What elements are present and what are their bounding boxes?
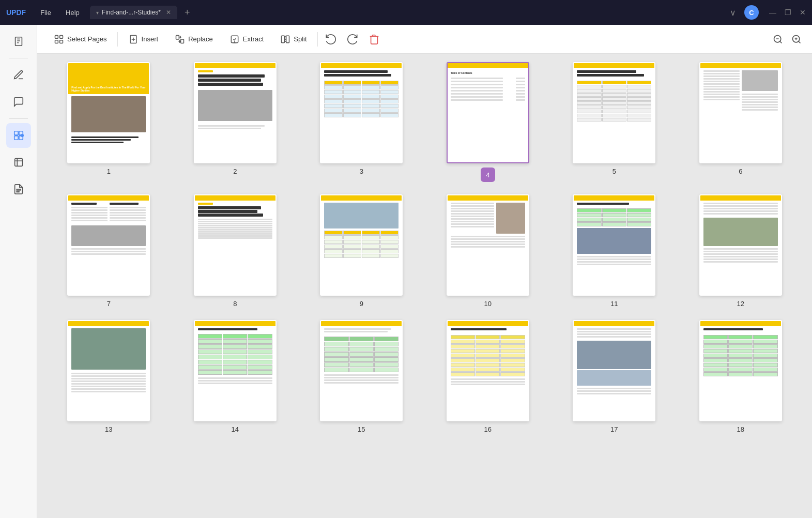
sidebar-item-pages[interactable] <box>6 29 31 54</box>
insert-button[interactable]: Insert <box>120 31 167 48</box>
document-tab[interactable]: ▾ Find-and-...r-Studies* ✕ <box>90 6 177 19</box>
tab-arrow: ▾ <box>96 10 99 16</box>
page-thumbnail-13[interactable] <box>67 320 150 421</box>
page-thumbnail-7[interactable] <box>67 194 150 296</box>
page-thumbnail-11[interactable] <box>573 194 655 296</box>
page-number-6: 6 <box>739 167 742 175</box>
page-item-16[interactable]: 16 <box>429 320 547 433</box>
page-number-10: 10 <box>484 300 492 308</box>
svg-rect-10 <box>17 191 19 192</box>
page-item-13[interactable]: 13 <box>50 320 168 433</box>
page-item-12[interactable]: 12 <box>682 194 800 308</box>
svg-rect-14 <box>60 40 63 43</box>
page-number-17: 17 <box>610 425 618 433</box>
page-item-1[interactable]: Find and Apply For the Best Institutes I… <box>50 62 168 182</box>
svg-line-26 <box>780 41 782 43</box>
page-item-11[interactable]: 11 <box>555 194 673 308</box>
page-item-18[interactable]: 18 <box>682 320 800 433</box>
replace-button[interactable]: Replace <box>166 31 221 48</box>
page-number-5: 5 <box>612 167 616 175</box>
tabs-dropdown[interactable]: ∨ <box>726 6 740 20</box>
svg-rect-21 <box>282 36 285 42</box>
extract-button[interactable]: Extract <box>221 31 272 48</box>
page-thumbnail-8[interactable] <box>194 194 277 296</box>
page-item-5[interactable]: 5 <box>555 62 673 182</box>
window-controls: — ❐ ✕ <box>769 8 806 17</box>
page-thumbnail-17[interactable] <box>573 320 655 421</box>
page-thumbnail-15[interactable] <box>320 320 403 421</box>
restore-button[interactable]: ❐ <box>785 8 791 17</box>
page-thumbnail-18[interactable] <box>699 320 782 421</box>
page-number-12: 12 <box>737 300 744 308</box>
page-item-8[interactable]: 8 <box>176 194 295 308</box>
close-button[interactable]: ✕ <box>800 8 806 17</box>
sidebar <box>0 25 37 518</box>
svg-line-29 <box>799 41 801 43</box>
rotate-left-button[interactable] <box>320 31 342 48</box>
page-number-3: 3 <box>360 167 363 175</box>
page-thumbnail-2[interactable] <box>194 62 277 163</box>
page-number-14: 14 <box>232 425 239 433</box>
zoom-out-button[interactable] <box>771 32 785 47</box>
toolbar-divider-1 <box>117 32 118 47</box>
page-item-9[interactable]: 9 <box>302 194 421 308</box>
page-thumbnail-6[interactable] <box>699 62 782 163</box>
user-avatar[interactable]: C <box>744 5 759 20</box>
select-pages-label: Select Pages <box>67 35 107 43</box>
zoom-in-button[interactable] <box>789 32 804 47</box>
page-thumbnail-3[interactable] <box>320 62 403 163</box>
toolbar: Select Pages Insert <box>37 25 812 54</box>
svg-rect-4 <box>14 131 18 135</box>
menu-bar: File Help <box>34 7 86 19</box>
minimize-button[interactable]: — <box>769 8 776 17</box>
main-layout: Select Pages Insert <box>0 25 812 518</box>
svg-rect-8 <box>14 159 22 166</box>
page-number-15: 15 <box>358 425 365 433</box>
page-number-9: 9 <box>360 300 363 308</box>
page-thumbnail-16[interactable] <box>447 320 529 421</box>
new-tab-button[interactable]: + <box>181 7 193 18</box>
svg-rect-13 <box>55 40 58 43</box>
page-number-16: 16 <box>484 425 492 433</box>
split-button[interactable]: Split <box>272 31 315 48</box>
page-item-4[interactable]: Table of Contents 4 <box>429 62 547 182</box>
page-thumbnail-14[interactable] <box>194 320 277 421</box>
svg-rect-11 <box>55 35 58 38</box>
sidebar-item-edit[interactable] <box>6 63 31 87</box>
page-thumbnail-1[interactable]: Find and Apply For the Best Institutes I… <box>67 62 150 163</box>
replace-label: Replace <box>188 35 213 43</box>
page-item-14[interactable]: 14 <box>176 320 295 433</box>
sidebar-item-forms[interactable] <box>6 177 31 202</box>
page-item-15[interactable]: 15 <box>302 320 421 433</box>
file-menu[interactable]: File <box>34 7 57 19</box>
page-item-17[interactable]: 17 <box>555 320 673 433</box>
extract-label: Extract <box>243 35 264 43</box>
svg-rect-12 <box>60 35 63 38</box>
page-number-18: 18 <box>737 425 744 433</box>
zoom-controls <box>771 32 804 47</box>
toolbar-divider-2 <box>317 32 318 47</box>
page-item-10[interactable]: 10 <box>429 194 547 308</box>
page-item-2[interactable]: 2 <box>176 62 295 182</box>
page-item-6[interactable]: 6 <box>682 62 800 182</box>
page-thumbnail-10[interactable] <box>447 194 529 296</box>
page-item-3[interactable]: 3 <box>302 62 421 182</box>
page-item-7[interactable]: 7 <box>50 194 168 308</box>
page-thumbnail-12[interactable] <box>699 194 782 296</box>
page-number-1: 1 <box>107 167 111 175</box>
page-thumbnail-4[interactable]: Table of Contents <box>447 62 529 163</box>
tab-name: Find-and-...r-Studies* <box>102 9 161 16</box>
rotate-right-button[interactable] <box>342 31 363 48</box>
sidebar-divider-1 <box>9 58 28 58</box>
delete-button[interactable] <box>363 31 385 48</box>
select-pages-button[interactable]: Select Pages <box>45 31 115 48</box>
page-thumbnail-5[interactable] <box>573 62 655 163</box>
tab-close-button[interactable]: ✕ <box>166 9 171 16</box>
page-thumbnail-9[interactable] <box>320 194 403 296</box>
sidebar-item-organize[interactable] <box>6 123 31 148</box>
sidebar-item-convert[interactable] <box>6 150 31 175</box>
help-menu[interactable]: Help <box>59 7 86 19</box>
pages-content: Find and Apply For the Best Institutes I… <box>37 54 812 518</box>
sidebar-item-annotate[interactable] <box>6 89 31 114</box>
page-number-13: 13 <box>105 425 112 433</box>
